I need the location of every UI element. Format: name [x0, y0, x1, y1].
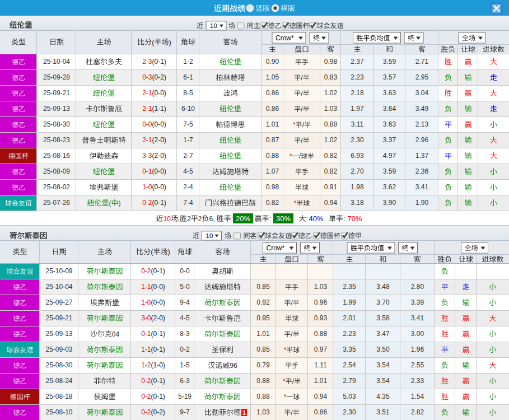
svg-text:*: * — [283, 377, 286, 385]
svg-text:3.51: 3.51 — [376, 408, 390, 416]
svg-text:0.85: 0.85 — [256, 283, 270, 291]
svg-text:1.37: 1.37 — [415, 152, 429, 160]
svg-text:5.03: 5.03 — [343, 393, 356, 400]
svg-text:5-19: 5-19 — [178, 393, 192, 400]
svg-text:7-5: 7-5 — [183, 120, 193, 128]
svg-text:): ) — [168, 248, 170, 256]
svg-text:(2-0): (2-0) — [152, 136, 166, 144]
svg-text:5-0: 5-0 — [180, 283, 190, 291]
svg-text:1.98: 1.98 — [351, 183, 364, 191]
svg-text:): ) — [169, 38, 171, 46]
svg-text:3.63: 3.63 — [383, 120, 396, 128]
svg-text:(0-1): (0-1) — [152, 58, 166, 66]
svg-text:70%: 70% — [348, 214, 362, 223]
svg-text:2.35: 2.35 — [343, 283, 356, 291]
svg-text:3-3: 3-3 — [142, 152, 152, 160]
svg-text:25-08-16: 25-08-16 — [43, 152, 70, 160]
svg-text:6-3: 6-3 — [180, 377, 190, 385]
svg-text:3.37: 3.37 — [383, 136, 396, 144]
svg-text::: : — [231, 215, 233, 223]
svg-text:*: * — [284, 346, 287, 354]
svg-text:10: 10 — [206, 232, 213, 239]
svg-text:2.95: 2.95 — [415, 73, 429, 81]
svg-text:3-0: 3-0 — [141, 314, 151, 322]
svg-text:2.96: 2.96 — [415, 136, 429, 144]
svg-text:0.98: 0.98 — [324, 58, 338, 66]
svg-text:0-2: 0-2 — [141, 408, 151, 416]
svg-text:1.02: 1.02 — [324, 136, 338, 144]
svg-text:0.86: 0.86 — [314, 408, 328, 416]
svg-text:0.85: 0.85 — [256, 346, 270, 353]
svg-text:2.30: 2.30 — [351, 136, 364, 144]
svg-text:(0-2): (0-2) — [152, 73, 166, 81]
svg-text:2.37: 2.37 — [351, 58, 364, 66]
svg-text:8-3: 8-3 — [180, 330, 190, 338]
svg-text:2-4: 2-4 — [183, 183, 193, 191]
svg-text:3.35: 3.35 — [343, 346, 356, 353]
svg-text:0.98: 0.98 — [266, 183, 279, 191]
svg-text:(0-0): (0-0) — [151, 283, 165, 291]
svg-text:(2-0): (2-0) — [151, 314, 165, 322]
svg-text:2.82: 2.82 — [411, 408, 424, 416]
svg-text:2-3: 2-3 — [142, 58, 152, 66]
svg-text:7-4: 7-4 — [183, 199, 193, 207]
svg-text:0.88: 0.88 — [256, 377, 270, 385]
svg-text::: : — [306, 215, 308, 223]
svg-text:25-08-24: 25-08-24 — [45, 377, 72, 385]
svg-text:0-0: 0-0 — [180, 267, 190, 275]
svg-text:2.55: 2.55 — [411, 361, 424, 369]
svg-text:2.71: 2.71 — [415, 58, 429, 66]
svg-text:2.79: 2.79 — [343, 377, 356, 385]
svg-text:0-1: 0-1 — [142, 167, 152, 175]
svg-text:4-5: 4-5 — [183, 167, 193, 175]
svg-text:25-09-28: 25-09-28 — [43, 73, 70, 81]
svg-text:1-2: 1-2 — [183, 58, 193, 66]
svg-text:(0-1): (0-1) — [151, 393, 165, 400]
svg-text:25-09-21: 25-09-21 — [43, 89, 70, 97]
svg-text:*: * — [293, 121, 296, 129]
svg-text:1-7: 1-7 — [183, 136, 193, 144]
svg-text:1.54: 1.54 — [411, 393, 424, 400]
svg-text:9-7: 9-7 — [180, 408, 190, 416]
svg-text:1.90: 1.90 — [415, 199, 429, 207]
svg-text:(0-0): (0-0) — [152, 167, 166, 175]
svg-text:25-09-21: 25-09-21 — [45, 314, 72, 322]
svg-text:3.48: 3.48 — [376, 283, 390, 291]
svg-text:2.33: 2.33 — [411, 377, 424, 385]
svg-text:4-5: 4-5 — [180, 314, 190, 322]
svg-text:20%: 20% — [236, 214, 250, 223]
svg-text:0.90: 0.90 — [266, 58, 279, 66]
svg-text:2.23: 2.23 — [343, 330, 356, 338]
svg-text:3.59: 3.59 — [383, 58, 396, 66]
svg-text:3.50: 3.50 — [376, 346, 390, 353]
svg-text:25-08-30: 25-08-30 — [43, 120, 70, 128]
svg-text:1-0: 1-0 — [141, 298, 151, 306]
svg-text:(2-0): (2-0) — [152, 152, 166, 160]
svg-text:,: , — [178, 215, 180, 223]
svg-text:3.63: 3.63 — [383, 89, 396, 97]
svg-text:1.07: 1.07 — [266, 167, 279, 175]
svg-text:0.92: 0.92 — [256, 298, 270, 306]
svg-text:1.01: 1.01 — [266, 120, 279, 128]
svg-text:1-1: 1-1 — [141, 283, 151, 291]
svg-text:0-2: 0-2 — [142, 199, 152, 207]
svg-text:1.97: 1.97 — [351, 105, 364, 113]
svg-text:3.41: 3.41 — [411, 314, 424, 322]
svg-text:0.86: 0.86 — [266, 105, 279, 113]
svg-text:*: * — [289, 152, 292, 160]
svg-text:1: 1 — [242, 409, 246, 416]
svg-text:4.35: 4.35 — [376, 393, 390, 400]
svg-text:(0-1): (0-1) — [152, 199, 166, 207]
svg-text:2.13: 2.13 — [415, 120, 429, 128]
svg-text:(0-0): (0-0) — [152, 120, 166, 128]
svg-text:0.87: 0.87 — [266, 136, 279, 144]
svg-text:3.47: 3.47 — [376, 330, 390, 338]
svg-text:10: 10 — [164, 215, 171, 223]
svg-text:4.97: 4.97 — [383, 152, 396, 160]
svg-text:3.04: 3.04 — [415, 89, 429, 97]
svg-text:25-09-27: 25-09-27 — [45, 298, 72, 306]
svg-text:0.86: 0.86 — [266, 89, 279, 97]
svg-text:(0-0): (0-0) — [152, 89, 166, 97]
svg-text:0-3: 0-3 — [142, 73, 152, 81]
svg-text:2-1: 2-1 — [142, 105, 152, 113]
